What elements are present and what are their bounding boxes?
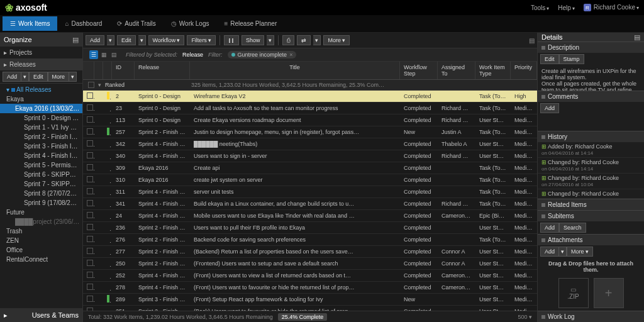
group-checkbox[interactable] xyxy=(88,82,94,88)
tree-item[interactable]: Trash xyxy=(0,226,82,236)
row-checkbox[interactable] xyxy=(87,224,93,230)
attachment-item[interactable]: ▭.ZIP xyxy=(558,278,589,308)
table-row[interactable]: 277Sprint 2 - Finish Ivy & se…(Backend) … xyxy=(83,246,537,258)
link-icon-button[interactable]: ⇄ xyxy=(297,35,311,45)
comments-header[interactable]: Comments xyxy=(538,91,644,102)
close-icon[interactable]: × xyxy=(289,52,292,58)
left-edit-button[interactable]: Edit xyxy=(29,72,48,82)
filters-button[interactable]: Filters ▾ xyxy=(187,35,216,45)
table-row[interactable]: 289Sprint 3 - Finish Ivy & ba…(Front) Se… xyxy=(83,294,537,306)
panel-menu-icon[interactable]: ▤ xyxy=(634,33,640,42)
edit-split[interactable]: ▾ xyxy=(138,35,146,45)
tree-item[interactable]: Sprint 0 - Design (13/03/201 xyxy=(0,113,82,123)
table-row[interactable]: 236Sprint 2 - Finish Ivy & se…Users want… xyxy=(83,222,537,234)
help-menu[interactable]: Help▾ xyxy=(558,4,575,11)
col-checkbox[interactable] xyxy=(83,62,94,79)
row-checkbox[interactable] xyxy=(87,188,93,194)
projects-section[interactable]: ▸ Projects xyxy=(0,47,82,58)
tree-item[interactable]: Sprint 5 - Permissions (15/0 xyxy=(0,160,82,170)
attach-more-button[interactable]: More ▾ xyxy=(567,247,593,257)
page-size[interactable]: 500 ▾ xyxy=(518,314,532,320)
more-button[interactable]: More ▾ xyxy=(323,35,350,45)
tree-item[interactable]: Sprint 6 - SKIPPED DUE TO xyxy=(0,170,82,179)
col-assigned[interactable]: Assigned To xyxy=(438,62,475,79)
tree-item[interactable]: ZEN xyxy=(0,236,82,245)
nav-tab-dashboard[interactable]: ⌂Dashboard xyxy=(57,16,109,31)
table-row[interactable]: 341Sprint 4 - Finish Ivy and …Build ekay… xyxy=(83,198,537,210)
tree-item[interactable]: Sprint 3 - Finish Ivy & banting xyxy=(0,142,82,151)
col-step[interactable]: Workflow Step xyxy=(400,62,438,79)
history-item[interactable]: ⊞Changed by: Richard Cookeon 04/04/2016 … xyxy=(538,158,644,174)
table-row[interactable]: 113Sprint 0 - DesignCreate Ekaya version… xyxy=(83,114,537,126)
table-row[interactable]: 252Sprint 4 - Finish Ivy and …(Front) Us… xyxy=(83,270,537,282)
related-items-header[interactable]: Related Items xyxy=(538,199,644,210)
row-checkbox[interactable] xyxy=(87,248,93,254)
all-releases-item[interactable]: ▾ All Releases xyxy=(0,85,82,94)
col-title[interactable]: Title xyxy=(190,62,400,79)
attach-add-split[interactable]: ▾ xyxy=(559,247,567,257)
panel-menu-icon[interactable]: ▤ xyxy=(72,36,79,44)
tree-item[interactable]: Future xyxy=(0,208,82,217)
card-view-icon[interactable]: ▦ xyxy=(99,50,108,59)
grid-view-icon[interactable]: ▤ xyxy=(109,50,118,59)
row-checkbox[interactable] xyxy=(87,128,93,135)
subitems-header[interactable]: Subitems xyxy=(538,210,644,221)
table-row[interactable]: 278Sprint 4 - Finish Ivy and …(Front) Us… xyxy=(83,282,537,294)
edit-button[interactable]: Edit xyxy=(117,35,136,45)
desc-stamp-button[interactable]: Stamp xyxy=(559,54,584,64)
history-item[interactable]: ⊞Changed by: Richard Cookeon 27/04/2016 … xyxy=(538,174,644,189)
row-checkbox[interactable] xyxy=(87,92,93,99)
table-row[interactable]: 342Sprint 4 - Finish Ivy and …██████ nee… xyxy=(83,138,537,150)
worklog-header[interactable]: Work Log xyxy=(538,311,644,322)
subitem-add-button[interactable]: Add xyxy=(540,223,559,233)
show-split[interactable]: ▾ xyxy=(267,35,274,45)
attachments-header[interactable]: Attachments xyxy=(538,234,644,245)
row-checkbox[interactable] xyxy=(87,236,93,242)
nav-tab-release-planner[interactable]: ≡Release Planner xyxy=(216,16,284,31)
row-checkbox[interactable] xyxy=(87,164,93,170)
filter-tag[interactable]: Guntree incomplete× xyxy=(228,51,297,58)
col-type[interactable]: Work Item Type xyxy=(475,62,511,79)
table-row[interactable]: 310Ekaya 2016create jwt system on server… xyxy=(83,174,537,186)
tree-item[interactable]: Ekaya 2016 (13/03/2016 - 26/08 xyxy=(0,104,82,113)
left-more-split[interactable]: ▾ xyxy=(69,72,77,82)
row-checkbox[interactable] xyxy=(87,104,93,111)
show-button[interactable]: Show xyxy=(242,35,265,45)
row-checkbox[interactable] xyxy=(87,140,93,147)
comment-add-button[interactable]: Add xyxy=(540,103,559,113)
left-more-button[interactable]: More xyxy=(48,72,70,82)
subitem-search-button[interactable]: Search xyxy=(559,223,586,233)
row-checkbox[interactable] xyxy=(87,272,93,278)
history-header[interactable]: History xyxy=(538,131,644,142)
row-checkbox[interactable] xyxy=(87,212,93,218)
row-checkbox[interactable] xyxy=(87,260,93,266)
table-row[interactable]: 257Sprint 2 - Finish Ivy & se…Justin to … xyxy=(83,126,537,138)
left-add-split[interactable]: ▾ xyxy=(21,72,29,82)
chart-icon-button[interactable]: ⫿⫿ xyxy=(224,35,239,45)
table-row[interactable]: 340Sprint 4 - Finish Ivy and …Users want… xyxy=(83,150,537,162)
table-row[interactable]: 24Sprint 4 - Finish Ivy and …Mobile user… xyxy=(83,210,537,222)
add-split[interactable]: ▾ xyxy=(107,35,114,45)
tree-item[interactable]: Ekaya xyxy=(0,94,82,104)
tree-item[interactable]: Sprint 8 (27/07/2016 - 09/08 xyxy=(0,189,82,198)
description-header[interactable]: Description xyxy=(538,42,644,53)
table-row[interactable]: 311Sprint 4 - Finish Ivy and …server uni… xyxy=(83,186,537,198)
row-checkbox[interactable] xyxy=(87,152,93,158)
history-item[interactable]: ⊞Added by: Richard Cookeon 04/04/2016 at… xyxy=(538,142,644,158)
table-row[interactable]: 23Sprint 0 - DesignAdd all tasks to Axos… xyxy=(83,103,537,114)
table-row[interactable]: 276Sprint 2 - Finish Ivy & se…Backend co… xyxy=(83,234,537,246)
releases-section[interactable]: ▸ Releases xyxy=(0,58,82,70)
col-id[interactable]: ID xyxy=(112,62,135,79)
tree-item[interactable]: Sprint 1 - V1 Ivy & database xyxy=(0,123,82,132)
row-checkbox[interactable] xyxy=(87,200,93,206)
tree-item[interactable]: Sprint 9 (17/08/2016 - 30/08 xyxy=(0,198,82,208)
table-row[interactable]: 251Sprint 2 - Finish Ivy & se…(Back) Use… xyxy=(83,306,537,311)
row-checkbox[interactable] xyxy=(87,116,93,123)
tools-menu[interactable]: Tools▾ xyxy=(531,4,549,11)
tree-item[interactable]: Sprint 2 - Finish Ivy & setup b xyxy=(0,132,82,142)
user-menu[interactable]: RRichard Cooke▾ xyxy=(584,4,639,12)
panel-menu-icon[interactable]: ▤ xyxy=(529,37,535,44)
collapse-icon[interactable]: ▾ xyxy=(98,82,101,88)
history-item[interactable]: ⊞Changed by: Richard Cooke xyxy=(538,189,644,199)
row-checkbox[interactable] xyxy=(87,284,93,290)
